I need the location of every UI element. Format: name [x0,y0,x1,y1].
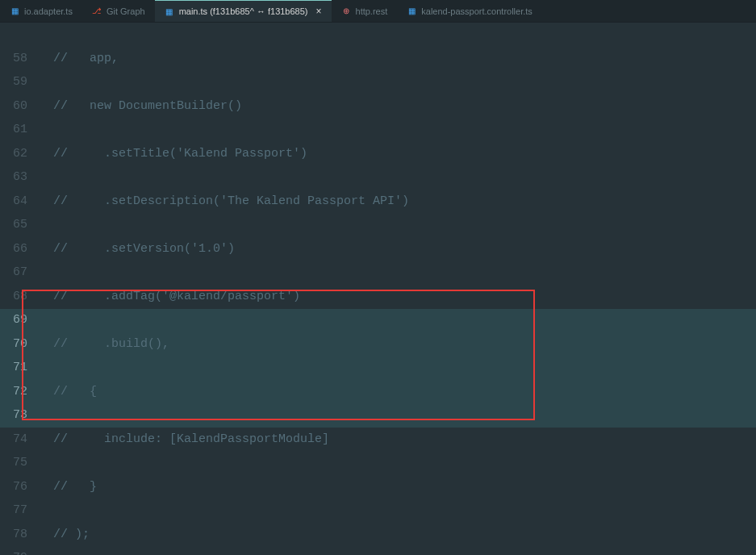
ts-icon: ▦ [10,6,19,16]
code-line: // .setDescription('The Kalend Passport … [39,194,409,208]
code-line: // include: [KalendPassportModule] [39,432,329,446]
code-line: // } [39,480,97,494]
tab-label: main.ts (f131b685^ ↔ f131b685) [179,6,308,16]
tab-label: Git Graph [107,6,145,16]
code-line: // ); [39,528,90,541]
ts-icon: ▦ [165,6,174,16]
tab-http-rest[interactable]: ⊕ http.rest [332,0,398,22]
tab-label: io.adapter.ts [24,6,73,16]
http-icon: ⊕ [341,6,351,16]
code-content[interactable]: // app, // new DocumentBuilder() // .set… [39,23,756,555]
tab-io-adapter[interactable]: ▦ io.adapter.ts [0,0,82,22]
code-editor[interactable]: 58 59 60 61 62 63 64 65 66 67 68 69 70 7… [0,23,756,555]
tab-kalend-passport-controller[interactable]: ▦ kalend-passport.controller.ts [397,0,542,22]
line-gutter: 58 59 60 61 62 63 64 65 66 67 68 69 70 7… [0,23,39,555]
tab-label: kalend-passport.controller.ts [421,6,533,16]
code-line: // { [39,385,97,399]
code-line: // .setVersion('1.0') [39,242,235,256]
code-line: // .addTag('@kalend/passport') [39,290,300,303]
editor-tabs: ▦ io.adapter.ts ⎇ Git Graph ▦ main.ts (f… [0,0,756,23]
code-line: // new DocumentBuilder() [39,99,242,113]
code-line: // app, [39,52,119,65]
code-line: // .setTitle('Kalend Passport') [39,147,307,161]
tab-main-ts[interactable]: ▦ main.ts (f131b685^ ↔ f131b685) × [155,0,332,22]
close-icon[interactable]: × [316,6,322,17]
tab-label: http.rest [356,6,388,16]
git-icon: ⎇ [92,6,102,16]
ts-icon: ▦ [407,6,416,16]
tab-git-graph[interactable]: ⎇ Git Graph [82,0,155,22]
code-line: // .build(), [39,337,169,351]
